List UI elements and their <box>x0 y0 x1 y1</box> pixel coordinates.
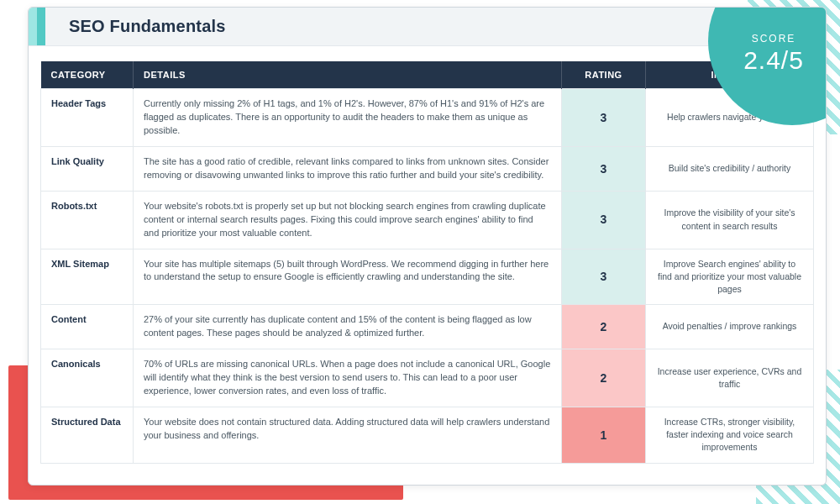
cell-impact: Improve the visibility of your site's co… <box>646 191 814 249</box>
cell-rating: 3 <box>562 146 646 191</box>
cell-impact: Improve Search engines' ability to find … <box>646 249 814 305</box>
cell-rating: 3 <box>562 191 646 249</box>
cell-details: 27% of your site currently has duplicate… <box>134 305 562 349</box>
cell-category: Link Quality <box>41 146 134 191</box>
header-accent-dark <box>37 8 45 45</box>
card-header: SEO Fundamentals <box>29 8 826 46</box>
cell-category: Structured Data <box>41 407 134 463</box>
page-title: SEO Fundamentals <box>69 17 226 36</box>
score-value: 2.4/5 <box>743 46 804 75</box>
table-row: Robots.txtYour website's robots.txt is p… <box>41 191 814 249</box>
cell-rating: 1 <box>562 407 646 463</box>
cell-category: Content <box>41 305 134 349</box>
col-header-rating: RATING <box>562 61 646 89</box>
cell-details: Your website does not contain structured… <box>134 407 562 463</box>
col-header-category: CATEGORY <box>41 61 134 89</box>
cell-category: Canonicals <box>41 349 134 407</box>
cell-details: Your site has multiple sitemaps (5) buil… <box>134 249 562 305</box>
cell-impact: Build site's credibility / authority <box>646 146 814 191</box>
table-row: XML SitemapYour site has multiple sitema… <box>41 249 814 305</box>
header-accent-light <box>29 8 37 45</box>
cell-category: XML Sitemap <box>41 249 134 305</box>
table-container: CATEGORY DETAILS RATING IMPACT Header Ta… <box>29 46 826 464</box>
cell-rating: 3 <box>562 89 646 147</box>
cell-rating: 2 <box>562 349 646 407</box>
cell-details: Currently only missing 2% of H1 tags, an… <box>134 89 562 147</box>
cell-impact: Avoid penalties / improve rankings <box>646 305 814 349</box>
cell-impact: Increase user experience, CVRs and traff… <box>646 349 814 407</box>
col-header-details: DETAILS <box>134 61 562 89</box>
table-header-row: CATEGORY DETAILS RATING IMPACT <box>41 61 814 89</box>
table-row: Link QualityThe site has a good ratio of… <box>41 146 814 191</box>
cell-rating: 2 <box>562 305 646 349</box>
table-row: Header TagsCurrently only missing 2% of … <box>41 89 814 147</box>
cell-category: Robots.txt <box>41 191 134 249</box>
table-row: Structured DataYour website does not con… <box>41 407 814 463</box>
cell-details: 70% of URLs are missing canonical URLs. … <box>134 349 562 407</box>
table-row: Content27% of your site currently has du… <box>41 305 814 349</box>
seo-table: CATEGORY DETAILS RATING IMPACT Header Ta… <box>40 61 814 464</box>
score-label: SCORE <box>752 33 796 45</box>
cell-category: Header Tags <box>41 89 134 147</box>
cell-details: Your website's robots.txt is properly se… <box>134 191 562 249</box>
cell-details: The site has a good ratio of credible, r… <box>134 146 562 191</box>
report-card: SEO Fundamentals SCORE 2.4/5 CATEGORY DE… <box>28 7 827 486</box>
cell-rating: 3 <box>562 249 646 305</box>
cell-impact: Increase CTRs, stronger visibility, fast… <box>646 407 814 463</box>
table-row: Canonicals70% of URLs are missing canoni… <box>41 349 814 407</box>
